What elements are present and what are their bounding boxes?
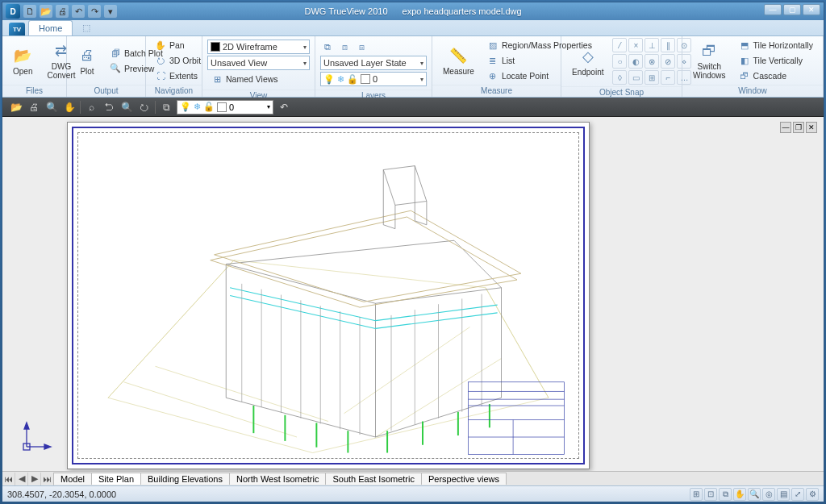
pan-button[interactable]: ✋Pan [151, 38, 205, 52]
list-icon: ≣ [487, 55, 499, 66]
switch-windows-button[interactable]: 🗗Switch Windows [687, 39, 732, 82]
layer-tool-2[interactable]: ⧈ [337, 40, 352, 54]
sb-scale[interactable]: ⤢ [791, 488, 804, 501]
sb-zoom[interactable]: 🔍 [748, 488, 761, 501]
status-bar: 308.4507, -20.3054, 0.0000 ⊞ ⊡ ⧉ ✋ 🔍 ◎ ▤… [2, 485, 824, 502]
sb-wheel[interactable]: ◎ [762, 488, 775, 501]
osnap-11[interactable]: ◊ [612, 70, 627, 85]
sheet-nw-iso[interactable]: North West Isometric [229, 473, 327, 485]
extents-button[interactable]: ⛶Extents [151, 69, 205, 83]
sb-settings[interactable]: ⚙ [806, 488, 819, 501]
qat-undo-icon[interactable]: ↶ [72, 5, 85, 18]
doc-close[interactable]: ✕ [806, 122, 817, 133]
layer-off-icon: ⧈ [339, 41, 350, 52]
osnap-grid: ∕×⊥∥⊙ ○◐⊗⊘⋄ ◊▭⊞⌐… [612, 38, 691, 85]
panel-label-navigation: Navigation [146, 85, 202, 97]
qb-layerprev[interactable]: ↶ [277, 100, 291, 115]
minimize-button[interactable]: — [764, 4, 782, 15]
sheet-elevations[interactable]: Building Elevations [140, 473, 230, 485]
osnap-1[interactable]: ∕ [612, 38, 627, 52]
qat-more-icon[interactable]: ▾ [104, 5, 117, 18]
sb-annot[interactable]: ▤ [777, 488, 790, 501]
ribbon-tabs: TV Home ⬚ [2, 20, 824, 36]
measure-button[interactable]: 📏Measure [437, 44, 480, 78]
workspace: — ❐ ✕ [2, 117, 824, 471]
locate-icon: ⊕ [487, 70, 499, 81]
app-icon[interactable]: D [6, 4, 20, 19]
qb-plot[interactable]: 🖨 [27, 100, 41, 115]
folder-open-icon: 📂 [13, 46, 32, 65]
osnap-4[interactable]: ∥ [661, 38, 675, 52]
visual-style-combo[interactable]: 2D Wireframe▾ [207, 40, 310, 54]
named-views-button[interactable]: ⊞Named Views [207, 72, 310, 86]
sb-layouts[interactable]: ⧉ [719, 488, 732, 501]
app-menu-button[interactable]: TV [9, 23, 25, 35]
qb-zoom[interactable]: 🔍 [119, 100, 134, 115]
qat-redo-icon[interactable]: ↷ [88, 5, 101, 18]
tile-v-button[interactable]: ◧Tile Vertically [735, 53, 817, 68]
sheet-nav-first[interactable]: ⏮ [2, 473, 15, 485]
endpoint-icon: ◇ [578, 47, 598, 66]
doc-restore[interactable]: ❐ [793, 122, 804, 133]
tile-h-icon: ⬒ [739, 40, 750, 51]
sheet-nav-next[interactable]: ▶ [28, 473, 41, 485]
panel-label-measure: Measure [432, 85, 561, 97]
current-layer-combo[interactable]: 💡❄🔓0▾ [320, 72, 427, 86]
sb-pan[interactable]: ✋ [733, 488, 746, 501]
qb-zoomwin[interactable]: ⌕ [84, 100, 98, 115]
title-bar: D 🗋 📂 🖨 ↶ ↷ ▾ DWG TrueView 2010 expo hea… [2, 2, 824, 20]
osnap-3[interactable]: ⊥ [645, 38, 659, 52]
tab-home[interactable]: Home [28, 20, 73, 35]
qat-open-icon[interactable]: 📂 [40, 5, 52, 18]
ucs-icon [20, 421, 52, 453]
osnap-7[interactable]: ◐ [628, 54, 643, 69]
qat-plot-icon[interactable]: 🖨 [56, 5, 69, 18]
cascade-button[interactable]: 🗗Cascade [735, 69, 817, 83]
qb-preview[interactable]: 🔍 [44, 100, 59, 115]
maximize-button[interactable]: ▢ [783, 4, 801, 15]
orbit-button[interactable]: ⭮3D Orbit [151, 53, 205, 68]
doc-minimize[interactable]: — [780, 122, 791, 133]
preview-icon: 🔍 [110, 63, 121, 74]
osnap-2[interactable]: × [628, 38, 643, 52]
batch-icon: 🗐 [110, 48, 121, 59]
svg-marker-30 [44, 444, 51, 449]
tab-extra[interactable]: ⬚ [73, 20, 100, 35]
osnap-14[interactable]: ⌐ [661, 70, 675, 85]
app-title: DWG TrueView 2010 [304, 6, 387, 16]
osnap-6[interactable]: ○ [612, 54, 627, 69]
drawing-viewport[interactable] [67, 122, 590, 469]
sheet-perspective[interactable]: Perspective views [421, 473, 507, 485]
qb-layer[interactable]: ⧉ [159, 100, 173, 115]
endpoint-button[interactable]: ◇Endpoint [566, 44, 609, 79]
panel-label-output: Output [67, 85, 145, 97]
layer-tool-3[interactable]: ⧇ [354, 40, 369, 54]
sheet-nav-prev[interactable]: ◀ [15, 473, 28, 485]
qb-pan2[interactable]: ✋ [62, 100, 77, 115]
osnap-12[interactable]: ▭ [628, 70, 643, 85]
qb-orbit2[interactable]: ⭮ [137, 100, 152, 115]
osnap-13[interactable]: ⊞ [645, 70, 659, 85]
osnap-9[interactable]: ⊘ [661, 54, 675, 69]
osnap-8[interactable]: ⊗ [645, 54, 659, 69]
saved-view-combo[interactable]: Unsaved View▾ [207, 56, 310, 70]
qb-layer-combo[interactable]: 💡❄🔓0▾ [177, 100, 273, 115]
switch-icon: 🗗 [699, 41, 719, 60]
open-button[interactable]: 📂Open [7, 44, 38, 78]
close-button[interactable]: ✕ [803, 4, 820, 15]
layer-state-combo[interactable]: Unsaved Layer State▾ [320, 56, 427, 70]
sb-model[interactable]: ⊞ [690, 488, 703, 501]
tile-h-button[interactable]: ⬒Tile Horizontally [735, 38, 817, 52]
layer-tool-1[interactable]: ⧉ [320, 40, 335, 54]
panel-label-window: Window [682, 85, 823, 97]
qb-zoomprev[interactable]: ⮌ [102, 100, 116, 115]
qat-new-icon[interactable]: 🗋 [23, 5, 36, 18]
sheet-nav-last[interactable]: ⏭ [41, 473, 54, 485]
sheet-se-iso[interactable]: South East Isometric [325, 473, 422, 485]
sb-quickview[interactable]: ⊡ [704, 488, 717, 501]
freeze-icon: ❄ [337, 74, 344, 85]
sheet-model[interactable]: Model [53, 473, 92, 485]
sheet-site-plan[interactable]: Site Plan [91, 473, 141, 485]
qb-open[interactable]: 📂 [9, 100, 23, 115]
plot-button[interactable]: 🖨Plot [72, 44, 102, 78]
